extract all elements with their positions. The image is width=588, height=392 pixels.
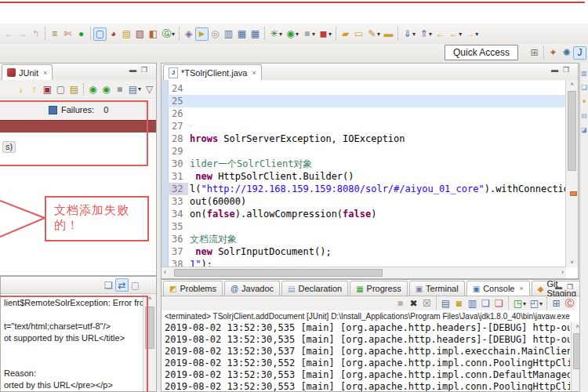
compare-result-icon[interactable]: ⇄ xyxy=(115,278,129,292)
tab-problems[interactable]: ◩Problems xyxy=(163,281,223,296)
editor-horizontal-scrollbar[interactable]: ‹ › xyxy=(162,267,566,278)
rerun-test-icon[interactable]: ◉ xyxy=(86,82,100,96)
close-tab-icon[interactable]: × xyxy=(519,285,523,292)
dropdown-caret-icon[interactable]: ▾ xyxy=(328,31,332,38)
task-list-view-icon[interactable]: ✦ xyxy=(580,97,588,105)
console-type-icon[interactable]: Ⓒ xyxy=(563,297,576,310)
scroll-right-icon[interactable]: › xyxy=(561,267,564,278)
tab-label: Progress xyxy=(367,284,401,293)
annotation-callout: 文档添加失败的！ xyxy=(45,196,149,241)
show-stderr-icon[interactable]: ❏ xyxy=(492,297,506,310)
view-minmax-icons[interactable]: ▬❐ xyxy=(555,283,578,291)
test-history-icon[interactable]: ▤ xyxy=(67,82,81,96)
view-minmax-icons[interactable]: ▬❐ xyxy=(551,66,574,74)
tab-tsolrjclient-java[interactable]: J *TSolrjClient.java × xyxy=(163,64,262,80)
java-perspective-icon[interactable]: J xyxy=(573,46,586,60)
tab-javadoc[interactable]: @Javadoc xyxy=(224,281,280,296)
undo-icon[interactable]: ← xyxy=(2,27,16,41)
dropdown-caret-icon[interactable]: ▾ xyxy=(172,31,175,38)
snippets-view-icon[interactable]: ▤ xyxy=(580,111,588,119)
scroll-left-icon[interactable]: ‹ xyxy=(164,267,166,278)
user-profile-icon[interactable]: ✦ xyxy=(546,46,560,60)
tab-progress[interactable]: ▦Progress xyxy=(350,281,407,296)
table-view-2-icon[interactable]: ▦ xyxy=(249,27,262,41)
toolbar-separator xyxy=(546,297,547,310)
word-wrap-icon[interactable]: ▥ xyxy=(466,297,479,310)
dropdown-caret-icon[interactable]: ▾ xyxy=(539,300,543,307)
remove-launch-icon[interactable]: ✖ xyxy=(407,297,420,310)
new-class-icon[interactable]: ▧ xyxy=(133,27,147,41)
open-perspective-icon[interactable]: ✺ xyxy=(560,46,573,60)
console-line: 2019-08-02 13:52:30,553 [main] [org.apac… xyxy=(165,381,570,391)
dropdown-caret-icon[interactable]: ▾ xyxy=(279,31,282,38)
toggle-occurrences-icon[interactable]: ≡ xyxy=(48,27,61,41)
dropdown-caret-icon[interactable]: ▾ xyxy=(296,31,299,38)
tab-terminal[interactable]: ▣Terminal xyxy=(409,281,465,296)
tab-declaration[interactable]: ▤Declaration xyxy=(281,281,348,296)
previous-failed-test-icon[interactable]: ↑ xyxy=(27,82,41,96)
show-skipped-icon[interactable]: ▢ xyxy=(54,82,67,96)
close-tab-icon[interactable]: × xyxy=(252,69,256,77)
dropdown-caret-icon[interactable]: ▾ xyxy=(429,31,432,38)
open-folder-icon[interactable]: ▰ xyxy=(339,27,352,41)
dropdown-caret-icon[interactable]: ▾ xyxy=(312,31,315,38)
table-view-1-icon[interactable]: ▦ xyxy=(235,27,249,41)
remove-all-launches-icon[interactable]: ☒ xyxy=(420,297,434,310)
perspective-bar: ⊞✦✺J xyxy=(528,46,586,60)
editor-presentation-icon[interactable]: ⊞ xyxy=(528,46,541,60)
outline-view-icon[interactable]: ❏ xyxy=(580,83,588,91)
overview-ruler-mark[interactable] xyxy=(570,191,577,196)
fold-marker-icon[interactable]: ◦ xyxy=(188,120,193,132)
restore-view-icon[interactable]: ▥ xyxy=(580,69,588,77)
copy-trace-icon[interactable]: ▢ xyxy=(129,278,142,292)
dropdown-caret-icon[interactable]: ▾ xyxy=(138,85,141,93)
terminate-icon[interactable]: ■ xyxy=(394,297,407,310)
line-number: 32 xyxy=(168,183,188,195)
tab-console[interactable]: ▣Console× xyxy=(466,281,530,296)
run-as-icon[interactable]: ► xyxy=(195,27,209,41)
new-wizard-icon[interactable]: ▢ xyxy=(93,27,107,41)
scroll-up-icon[interactable]: ˄ xyxy=(566,80,578,89)
clear-console-icon[interactable]: ▤ xyxy=(439,297,452,310)
import-folder-icon[interactable]: ▬ xyxy=(382,27,395,41)
console-output[interactable]: 2019-08-02 13:52:30,535 [main] [org.apac… xyxy=(165,322,570,391)
debug-icon[interactable]: ◈ xyxy=(182,27,195,41)
dropdown-caret-icon[interactable]: ▾ xyxy=(523,300,526,307)
scrollbar-thumb[interactable] xyxy=(174,269,383,277)
dropdown-caret-icon[interactable]: ▾ xyxy=(459,31,462,38)
scroll-down-icon[interactable]: ˅ xyxy=(566,258,578,267)
last-edit-location-icon[interactable]: ↰ xyxy=(29,27,42,41)
close-tab-icon[interactable]: × xyxy=(43,69,47,77)
view-minmax-icons[interactable]: ▬❐ xyxy=(129,66,152,74)
dropdown-caret-icon[interactable]: ▾ xyxy=(412,31,416,38)
back-history-icon[interactable]: ← xyxy=(434,27,447,41)
dropdown-caret-icon[interactable]: ▾ xyxy=(475,31,478,38)
dropdown-caret-icon[interactable]: ▾ xyxy=(377,31,380,38)
code-editor[interactable]: 24252627◦28hrows SolrServerException, IO… xyxy=(162,80,578,278)
console-toolbar: ■✖☒▤◙▥❏❏◳▾◰▾⊞Ⓒ xyxy=(162,296,576,310)
tab-junit[interactable]: JUnit × xyxy=(2,64,53,80)
profile-icon[interactable]: ◎ xyxy=(209,27,222,41)
coverage-view-icon[interactable]: ▥ xyxy=(222,27,235,41)
view-menu-icon[interactable]: ▽ xyxy=(143,82,156,96)
record-icon[interactable]: ● xyxy=(74,27,88,41)
templates-view-icon[interactable]: ◪ xyxy=(580,125,588,133)
stop-test-icon[interactable]: ■ xyxy=(113,82,126,96)
save-all-icon[interactable]: ▤ xyxy=(120,27,133,41)
show-stdout-icon[interactable]: ❏ xyxy=(479,297,492,310)
quick-access-button[interactable]: Quick Access xyxy=(445,45,518,60)
show-failures-only-icon[interactable]: ▣ xyxy=(41,82,54,96)
coverage-icon[interactable]: ◕ xyxy=(107,27,120,41)
rerun-failed-first-icon[interactable]: ◉ xyxy=(100,82,113,96)
scroll-lock-icon[interactable]: ◙ xyxy=(452,297,466,310)
redo-icon[interactable]: → xyxy=(16,27,29,41)
tab-label: Console xyxy=(483,284,514,293)
next-failed-test-icon[interactable]: ↓ xyxy=(14,82,27,96)
editor-vertical-scrollbar[interactable]: ˄ ˅ xyxy=(565,80,578,267)
new-package-icon[interactable]: ◧ xyxy=(147,27,160,41)
open-resource-icon[interactable]: ▭ xyxy=(352,27,365,41)
scrollbar-thumb[interactable] xyxy=(568,91,576,171)
run-last-tool-icon[interactable]: ✄ xyxy=(61,27,74,41)
filter-stack-trace-icon[interactable]: ❏ xyxy=(102,278,115,292)
open-console-icon[interactable]: ⊞ xyxy=(550,297,563,310)
